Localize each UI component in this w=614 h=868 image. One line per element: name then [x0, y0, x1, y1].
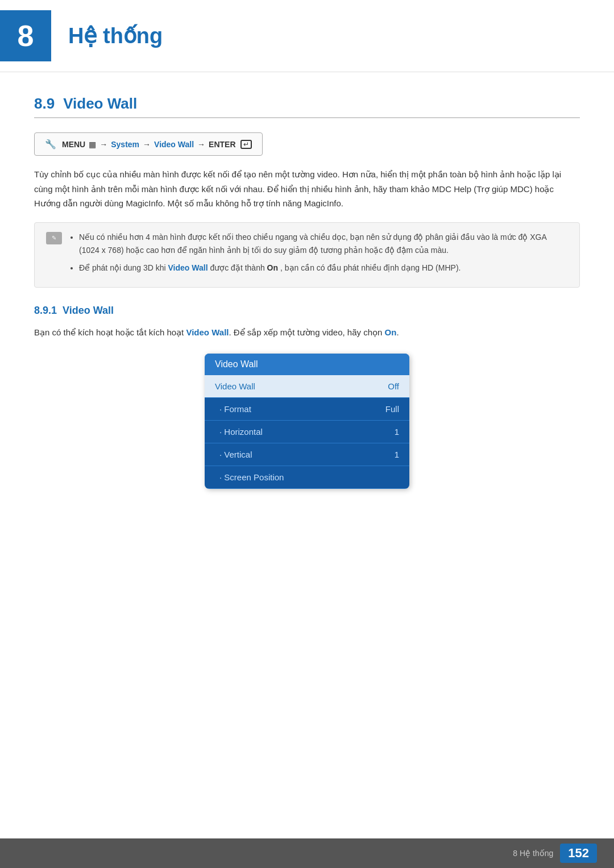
menu-item-screen-position[interactable]: · Screen Position: [205, 466, 409, 488]
arrow3: →: [197, 140, 205, 149]
header-banner: 8 Hệ thống: [0, 0, 614, 72]
note-bold-black: On: [267, 263, 278, 272]
subsection-number: 8.9.1: [34, 305, 57, 316]
menu-item-horizontal[interactable]: · Horizontal 1: [205, 421, 409, 443]
chapter-number: 8: [18, 19, 34, 53]
menu-box: Video Wall Video Wall Off · Format Full …: [205, 354, 409, 489]
arrow2: →: [143, 140, 151, 149]
enter-label: ENTER: [209, 140, 235, 149]
footer: 8 Hệ thống 152: [0, 838, 614, 868]
enter-icon: [240, 140, 252, 149]
subsection-heading: 8.9.1 Video Wall: [34, 305, 580, 317]
section-number: 8.9: [34, 95, 55, 112]
menu-item-label-format: · Format: [219, 404, 251, 414]
subsection-bold: Video Wall: [186, 327, 229, 337]
menu-mockup: Video Wall Video Wall Off · Format Full …: [34, 354, 580, 489]
menu-item-value-videowall: Off: [388, 381, 399, 391]
menu-item-label-horizontal: · Horizontal: [219, 427, 263, 437]
menu-item-label-videowall: Video Wall: [215, 381, 255, 391]
intro-text: Tùy chỉnh bố cục của nhiều màn hình được…: [34, 167, 580, 211]
note-text-2-before: Để phát nội dung 3D khi: [79, 263, 168, 272]
footer-section-label: 8 Hệ thống: [513, 849, 553, 858]
note-text-2-middle: được đặt thành: [208, 263, 267, 272]
note-item-1: Nếu có nhiều hơn 4 màn hình được kết nối…: [79, 231, 568, 257]
note-content: Nếu có nhiều hơn 4 màn hình được kết nối…: [68, 231, 568, 279]
note-bold-blue: Video Wall: [168, 263, 208, 272]
menu-item-videowall[interactable]: Video Wall Off: [205, 375, 409, 397]
main-content: 8.9Video Wall 🔧 MENU ▦ → System → Video …: [0, 72, 614, 549]
menu-item-format[interactable]: · Format Full: [205, 398, 409, 420]
note-box: ✎ Nếu có nhiều hơn 4 màn hình được kết n…: [34, 222, 580, 288]
menu-item-value-horizontal: 1: [395, 427, 399, 437]
arrow1: →: [99, 140, 107, 149]
footer-page-number: 152: [560, 844, 597, 863]
subsection-on: On: [385, 327, 397, 337]
menu-label: MENU: [62, 140, 85, 149]
menu-item-label-vertical: · Vertical: [219, 450, 252, 459]
videowall-label: Video Wall: [154, 140, 194, 149]
subsection-period: .: [396, 327, 399, 337]
chapter-number-box: 8: [0, 10, 51, 61]
subsection-text: Bạn có thể kích hoạt hoặc tắt kích hoạt …: [34, 325, 580, 340]
note-icon: ✎: [46, 232, 62, 244]
subsection-text-before: Bạn có thể kích hoạt hoặc tắt kích hoạt: [34, 327, 186, 337]
menu-path: 🔧 MENU ▦ → System → Video Wall → ENTER: [34, 132, 263, 156]
subsection-title: Video Wall: [63, 305, 114, 316]
section-title: Video Wall: [63, 95, 137, 112]
menu-item-value-vertical: 1: [395, 450, 399, 459]
chapter-title: Hệ thống: [68, 23, 163, 48]
menu-item-label-screen-position: · Screen Position: [219, 472, 284, 482]
menu-item-value-format: Full: [385, 404, 399, 414]
menu-remote-icon: 🔧: [45, 139, 56, 149]
note-item-2: Để phát nội dung 3D khi Video Wall được …: [79, 261, 568, 275]
note-text-1: Nếu có nhiều hơn 4 màn hình được kết nối…: [79, 232, 546, 255]
menu-box-title: Video Wall: [205, 354, 409, 375]
section-heading: 8.9Video Wall: [34, 95, 580, 118]
system-label: System: [111, 140, 139, 149]
subsection-text-after: . Để sắp xếp một tường video, hãy chọn: [229, 327, 384, 337]
menu-item-vertical[interactable]: · Vertical 1: [205, 443, 409, 466]
note-text-2-after: , bạn cần có đầu phát nhiều định dạng HD…: [278, 263, 460, 272]
menu-grid-icon: ▦: [89, 140, 96, 149]
